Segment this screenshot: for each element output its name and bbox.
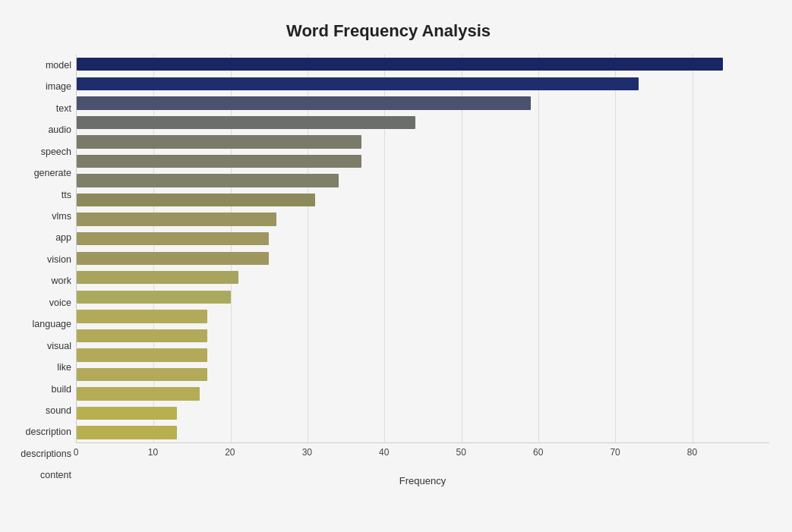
bar xyxy=(77,194,315,206)
y-label: generate xyxy=(8,168,71,178)
y-label: voice xyxy=(8,298,71,308)
y-label: description xyxy=(8,427,71,437)
bar xyxy=(77,348,207,361)
bar xyxy=(77,291,231,304)
bar-row xyxy=(77,384,769,404)
bar-row xyxy=(77,132,769,152)
bar xyxy=(77,58,723,71)
chart-container: Word Frequency Analysis modelimagetextau… xyxy=(0,0,792,532)
bar xyxy=(77,77,639,90)
y-label: visual xyxy=(8,342,71,351)
bars-grid xyxy=(76,55,769,443)
x-tick: 50 xyxy=(456,447,466,458)
bar-row xyxy=(77,229,769,249)
y-label: vlms xyxy=(8,212,71,222)
bar xyxy=(77,368,207,381)
bar-row xyxy=(77,365,769,385)
x-tick: 30 xyxy=(302,447,312,458)
y-label: model xyxy=(8,61,71,71)
bar-row xyxy=(77,74,769,94)
bar-row xyxy=(77,326,769,346)
y-label: work xyxy=(8,276,71,286)
bar xyxy=(77,212,276,225)
bar xyxy=(77,155,361,168)
bar xyxy=(77,174,339,187)
bar-row xyxy=(77,55,769,74)
x-axis: 01020304050607080 xyxy=(76,443,769,458)
y-label: app xyxy=(8,233,71,243)
y-label: image xyxy=(8,82,71,92)
bar-row xyxy=(77,190,769,210)
x-tick: 40 xyxy=(379,447,389,458)
x-axis-label: Frequency xyxy=(76,475,769,486)
y-labels: modelimagetextaudiospeechgeneratettsvlms… xyxy=(8,55,76,486)
bar-row xyxy=(77,307,769,326)
bar-row xyxy=(77,404,769,423)
y-label: descriptions xyxy=(8,449,71,459)
bar-row xyxy=(77,345,769,365)
bar xyxy=(77,96,531,109)
bar-row xyxy=(77,209,769,229)
chart-area: modelimagetextaudiospeechgeneratettsvlms… xyxy=(8,55,769,486)
x-tick: 80 xyxy=(687,447,697,458)
y-label: build xyxy=(8,385,71,395)
bar-row xyxy=(77,113,769,133)
y-label: audio xyxy=(8,125,71,135)
bar-row xyxy=(77,288,769,307)
y-label: language xyxy=(8,320,71,329)
bar xyxy=(77,252,269,265)
bar xyxy=(77,116,415,129)
x-tick: 20 xyxy=(225,447,235,458)
bar-row xyxy=(77,248,769,268)
y-label: sound xyxy=(8,406,71,416)
x-tick: 70 xyxy=(610,447,620,458)
bars-and-x: 01020304050607080 Frequency xyxy=(76,55,769,486)
bar xyxy=(77,387,200,400)
bar xyxy=(77,407,177,420)
bar-row xyxy=(77,171,769,190)
bar-row xyxy=(77,152,769,172)
x-tick: 10 xyxy=(148,447,158,458)
chart-title: Word Frequency Analysis xyxy=(8,21,769,41)
bar xyxy=(77,310,207,323)
y-label: speech xyxy=(8,147,71,157)
y-label: tts xyxy=(8,190,71,200)
bar xyxy=(77,426,177,439)
bar xyxy=(77,271,238,284)
y-label: vision xyxy=(8,255,71,265)
bar xyxy=(77,232,269,245)
y-label: content xyxy=(8,471,71,480)
bar xyxy=(77,329,207,342)
bar-row xyxy=(77,423,769,442)
x-tick: 60 xyxy=(533,447,543,458)
y-label: text xyxy=(8,104,71,114)
bar xyxy=(77,135,361,148)
bar-row xyxy=(77,268,769,288)
y-label: like xyxy=(8,363,71,373)
x-tick: 0 xyxy=(74,447,79,458)
bar-row xyxy=(77,93,769,113)
